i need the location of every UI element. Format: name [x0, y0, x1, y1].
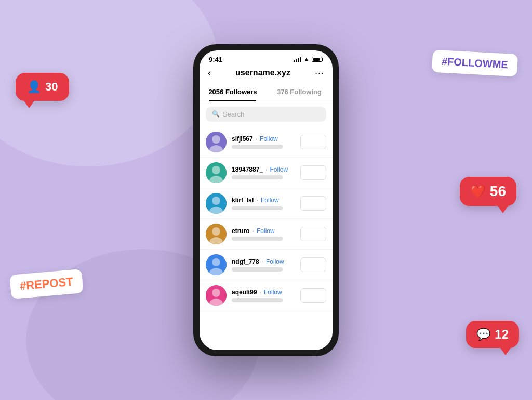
heart-icon: ❤️ [470, 184, 486, 199]
phone-body: 9:41 ▲ [193, 44, 339, 356]
username: aqeult99 [232, 289, 257, 296]
list-item: klirf_lsf · Follow [200, 188, 332, 219]
menu-button[interactable]: ··· [315, 68, 324, 79]
avatar [206, 132, 227, 152]
tab-followers[interactable]: 2056 Followers [200, 83, 266, 101]
user-info: aqeult99 · Follow [232, 289, 295, 302]
username: klirf_lsf [232, 197, 254, 204]
list-item: ndgf_778 · Follow [200, 250, 332, 280]
svg-point-10 [212, 227, 220, 236]
search-bar[interactable]: 🔍 Search [206, 107, 326, 122]
username: 18947887_ [232, 166, 263, 173]
remove-button[interactable] [300, 257, 326, 272]
battery-icon [312, 57, 323, 62]
list-item: etruro · Follow [200, 219, 332, 250]
follow-button[interactable]: Follow [264, 289, 282, 296]
profile-title: username.xyz [235, 68, 290, 78]
followers-badge: 👤 30 [16, 73, 69, 101]
svg-point-16 [212, 289, 220, 297]
user-description [232, 237, 283, 241]
avatar [206, 224, 227, 244]
follow-button[interactable]: Follow [257, 227, 275, 235]
comment-icon: 💬 [476, 328, 490, 341]
status-icons: ▲ [294, 56, 323, 63]
username: etruro [232, 227, 250, 235]
svg-point-13 [212, 258, 220, 266]
svg-point-4 [212, 166, 220, 174]
follow-button[interactable]: Follow [266, 258, 284, 265]
remove-button[interactable] [300, 165, 326, 180]
svg-point-7 [212, 197, 220, 205]
remove-button[interactable] [300, 135, 326, 149]
phone-mockup: 9:41 ▲ [193, 44, 339, 356]
remove-button[interactable] [300, 227, 326, 241]
search-placeholder: Search [223, 110, 244, 118]
svg-point-1 [212, 135, 220, 144]
username: ndgf_778 [232, 258, 259, 265]
status-bar: 9:41 ▲ [200, 50, 332, 66]
followme-hashtag: #FOLLOWME [432, 50, 518, 77]
avatar [206, 285, 227, 306]
follow-button[interactable]: Follow [260, 135, 278, 143]
list-item: 18947887_ · Follow [200, 158, 332, 188]
followers-count: 30 [45, 80, 58, 94]
comments-count: 12 [495, 327, 509, 342]
wifi-icon: ▲ [303, 56, 310, 63]
list-item: slfji567 · Follow [200, 127, 332, 158]
follow-button[interactable]: Follow [270, 166, 288, 173]
follow-button[interactable]: Follow [261, 197, 279, 204]
followers-list: slfji567 · Follow [200, 127, 332, 350]
likes-count: 56 [490, 183, 506, 200]
list-item: aqeult99 · Follow [200, 280, 332, 311]
person-icon: 👤 [27, 80, 41, 94]
user-info: slfji567 · Follow [232, 135, 295, 149]
avatar [206, 254, 227, 275]
remove-button[interactable] [300, 288, 326, 303]
user-description [232, 175, 283, 179]
user-description [232, 267, 283, 272]
signal-icon [294, 56, 301, 62]
user-description [232, 145, 283, 149]
user-description [232, 298, 283, 302]
user-description [232, 206, 283, 210]
username: slfji567 [232, 135, 253, 143]
back-button[interactable]: ‹ [208, 68, 211, 79]
user-info: ndgf_778 · Follow [232, 258, 295, 272]
avatar [206, 193, 227, 214]
phone-screen: 9:41 ▲ [200, 50, 332, 350]
user-info: 18947887_ · Follow [232, 166, 295, 179]
status-time: 9:41 [209, 56, 222, 63]
likes-badge: ❤️ 56 [460, 177, 516, 206]
user-info: etruro · Follow [232, 227, 295, 241]
search-icon: 🔍 [212, 110, 220, 118]
avatar [206, 162, 227, 183]
tab-following[interactable]: 376 Following [266, 83, 332, 101]
nav-bar: ‹ username.xyz ··· [200, 66, 332, 83]
comments-badge: 💬 12 [466, 321, 519, 348]
remove-button[interactable] [300, 196, 326, 211]
user-info: klirf_lsf · Follow [232, 197, 295, 210]
tabs-bar: 2056 Followers 376 Following [200, 83, 332, 101]
